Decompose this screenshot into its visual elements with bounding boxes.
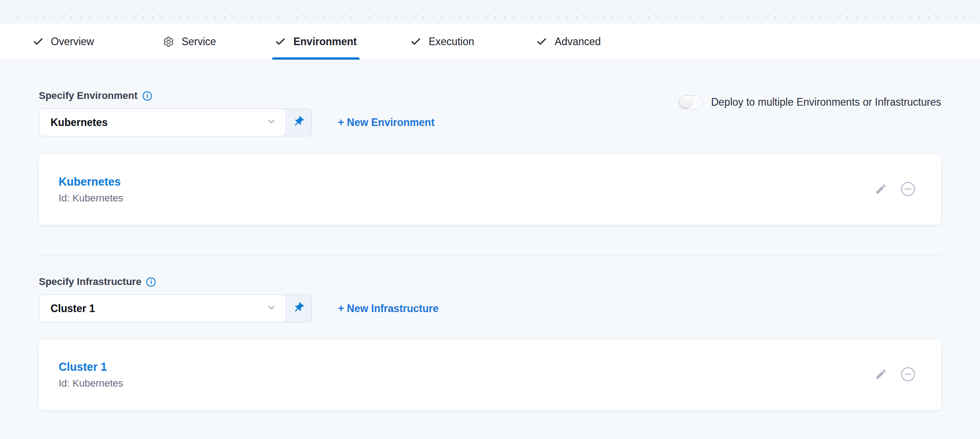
edit-pencil-icon [875, 368, 887, 382]
environment-card-title-link[interactable]: Kubernetes [59, 175, 121, 188]
environment-select[interactable]: Kubernetes [39, 108, 286, 136]
infrastructure-select-group: Cluster 1 [39, 294, 312, 322]
remove-environment-button[interactable] [901, 182, 915, 198]
multi-environment-toggle[interactable] [679, 95, 703, 109]
pipeline-canvas-dotted-background [0, 0, 980, 24]
info-icon[interactable]: i [143, 91, 152, 101]
edit-infrastructure-button[interactable] [875, 368, 887, 382]
tab-slot: Service [126, 24, 253, 60]
new-infrastructure-button[interactable]: + New Infrastructure [338, 303, 439, 315]
check-icon [275, 36, 286, 47]
multi-environment-toggle-label: Deploy to multiple Environments or Infra… [711, 96, 941, 108]
environment-card-actions [875, 182, 915, 198]
infrastructure-card-id: Id: Kubernetes [59, 378, 123, 389]
infrastructure-card: Cluster 1 Id: Kubernetes [39, 340, 941, 410]
specify-infrastructure-label: Specify Infrastructure [39, 276, 141, 288]
tab-execution[interactable]: Execution [410, 24, 474, 60]
edit-environment-button[interactable] [875, 183, 887, 196]
infrastructure-select-row: Cluster 1 + New Infrastructure [39, 294, 941, 322]
infrastructure-select[interactable]: Cluster 1 [39, 294, 286, 322]
infrastructure-card-text: Cluster 1 Id: Kubernetes [59, 360, 123, 389]
infrastructure-select-value: Cluster 1 [51, 303, 95, 315]
tab-label: Execution [429, 36, 474, 48]
infrastructure-card-actions [875, 367, 915, 383]
tab-slot: Advanced [505, 24, 632, 60]
infrastructure-card-title-link[interactable]: Cluster 1 [59, 360, 107, 374]
check-icon [410, 36, 421, 47]
pushpin-icon [292, 116, 305, 129]
environment-select-row: Kubernetes + New Environment [39, 108, 941, 136]
multi-environment-toggle-row: Deploy to multiple Environments or Infra… [679, 95, 941, 109]
tab-service[interactable]: Service [163, 24, 216, 60]
environment-card-text: Kubernetes Id: Kubernetes [59, 175, 123, 204]
pushpin-icon [292, 302, 305, 315]
chevron-down-icon [266, 302, 277, 315]
tab-overview[interactable]: Overview [32, 24, 94, 60]
new-environment-button[interactable]: + New Environment [338, 117, 435, 129]
chevron-down-icon [266, 116, 277, 129]
tab-label: Environment [293, 36, 357, 48]
environment-stage-config-page: Overview Service Environment [0, 0, 980, 439]
gear-icon [163, 36, 174, 47]
active-tab-underline [272, 57, 360, 60]
remove-minus-icon [901, 367, 915, 383]
remove-minus-icon [901, 182, 915, 198]
tab-slot: Execution [379, 24, 505, 60]
tab-label: Advanced [555, 36, 601, 48]
tab-label: Overview [51, 36, 94, 48]
specify-environment-label: Specify Environment [39, 90, 138, 102]
tab-environment[interactable]: Environment [275, 24, 357, 60]
info-icon[interactable]: i [146, 277, 156, 287]
environment-card-id: Id: Kubernetes [59, 192, 123, 204]
environment-select-value: Kubernetes [51, 117, 108, 129]
specify-infrastructure-label-row: Specify Infrastructure i [39, 255, 941, 288]
tab-slot: Environment [253, 24, 379, 60]
edit-pencil-icon [875, 183, 887, 196]
toggle-knob [680, 96, 692, 108]
environment-tab-content: Deploy to multiple Environments or Infra… [0, 60, 980, 439]
check-icon [536, 36, 547, 47]
check-icon [32, 36, 44, 47]
environment-card: Kubernetes Id: Kubernetes [39, 154, 941, 225]
tab-slot: Overview [0, 24, 126, 60]
tab-label: Service [181, 36, 216, 48]
remove-infrastructure-button[interactable] [901, 367, 915, 383]
environment-select-group: Kubernetes [39, 108, 312, 136]
tab-advanced[interactable]: Advanced [536, 24, 601, 60]
stage-tabbar: Overview Service Environment [0, 24, 980, 60]
